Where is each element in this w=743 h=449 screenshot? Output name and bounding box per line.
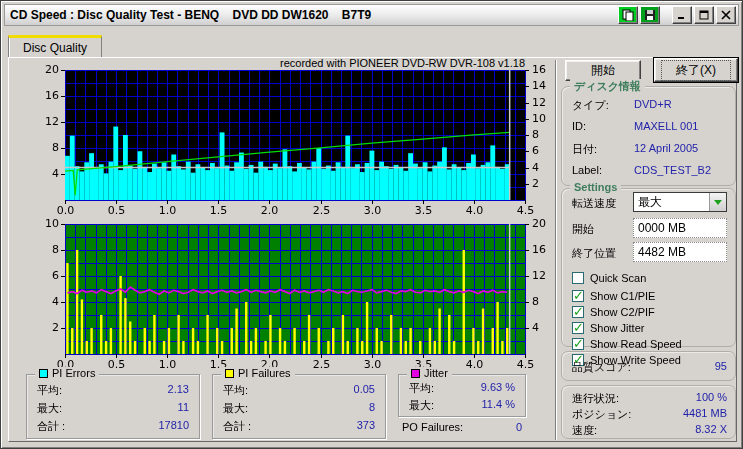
max-label: 最大: (37, 401, 62, 415)
progress-value: 100 % (696, 391, 727, 405)
speed-readout-value: 8.32 X (695, 423, 727, 437)
avg-label: 平均: (223, 383, 248, 397)
position-label: ポジション: (572, 407, 631, 421)
title-bar: CD Speed : Disc Quality Test - BENQ DVD … (4, 4, 739, 26)
checkbox-show-jitter[interactable]: ✓Show Jitter (572, 321, 644, 335)
date-label: 日付: (572, 142, 634, 156)
pie-average: 2.13 (168, 383, 189, 397)
total-label: 合計 : (223, 419, 251, 433)
save-button[interactable] (640, 6, 660, 24)
checkbox-label: Show C1/PIE (590, 290, 655, 302)
label-value: CDS_TEST_B2 (634, 164, 711, 178)
date-value: 12 April 2005 (634, 142, 698, 156)
pi-errors-title: PI Errors (52, 367, 95, 379)
pi-failures-title: PI Failures (238, 367, 291, 379)
quality-score-value: 95 (715, 360, 727, 374)
id-label: ID: (572, 120, 634, 134)
type-value: DVD+R (634, 98, 672, 112)
progress-label: 進行状況: (572, 391, 619, 405)
quality-score-label: 品質スコア: (572, 360, 631, 374)
checkbox-icon (572, 272, 584, 284)
type-label: タイプ: (572, 98, 634, 112)
speed-readout-label: 速度: (572, 423, 597, 437)
chevron-down-icon[interactable] (709, 193, 726, 211)
start-button[interactable]: 開始 (565, 60, 641, 81)
pie-speed-chart (29, 64, 581, 216)
pie-maximum: 11 (178, 401, 189, 415)
start-button-label: 開始 (591, 62, 615, 79)
exit-button[interactable]: 終了(X) (654, 58, 738, 82)
jitter-title: Jitter (424, 367, 448, 379)
avg-label: 平均: (409, 381, 434, 395)
tab-page: recorded with PIONEER DVD-RW DVR-108 v1.… (8, 57, 737, 442)
exit-button-label: 終了(X) (661, 60, 731, 81)
id-value: MAXELL 001 (634, 120, 698, 134)
tab-label: Disc Quality (23, 41, 87, 55)
max-label: 最大: (409, 398, 434, 412)
start-position-field[interactable] (633, 218, 727, 238)
minimize-button[interactable] (672, 6, 692, 24)
disc-info-title: ディスク情報 (570, 79, 645, 94)
checkbox-show-c2-pif[interactable]: ✓Show C2/PIF (572, 305, 655, 319)
speed-label: 転送速度 (572, 196, 634, 210)
copy-button[interactable] (618, 6, 638, 24)
window-title: CD Speed : Disc Quality Test - BENQ DVD … (10, 8, 371, 22)
floppy-icon (644, 9, 656, 21)
position-value: 4481 MB (683, 407, 727, 421)
end-position-label: 終了位置 (572, 246, 634, 260)
app-window: CD Speed : Disc Quality Test - BENQ DVD … (0, 0, 743, 449)
speed-combobox-value: 最大 (638, 194, 662, 211)
pif-maximum: 8 (369, 401, 375, 415)
jitter-maximum: 11.4 % (482, 398, 515, 412)
jitter-box: Jitter 平均:9.63 % 最大:11.4 % (398, 374, 526, 417)
checkbox-icon: ✓ (572, 306, 584, 318)
maximize-button[interactable] (694, 6, 714, 24)
minimize-icon (677, 10, 687, 20)
jitter-swatch (411, 369, 420, 378)
checkbox-icon: ✓ (572, 322, 584, 334)
settings-title: Settings (570, 181, 621, 193)
titlebar-buttons (618, 6, 738, 24)
max-label: 最大: (223, 401, 248, 415)
disc-info-group: ディスク情報 タイプ:DVD+R ID:MAXELL 001 日付:12 Apr… (561, 86, 736, 186)
avg-label: 平均: (37, 383, 62, 397)
checkbox-label: Show Read Speed (590, 338, 682, 350)
close-icon (721, 10, 731, 20)
checkbox-show-read-speed[interactable]: ✓Show Read Speed (572, 337, 682, 351)
po-failures-label: PO Failures: (402, 421, 463, 433)
settings-group: Settings 転送速度 最大 開始 終了位置 Quick Scan ✓Sho… (561, 188, 736, 347)
checkbox-quick-scan[interactable]: Quick Scan (572, 271, 646, 285)
checkbox-label: Show Jitter (590, 322, 644, 334)
start-position-label: 開始 (572, 222, 634, 236)
quality-score-box: 品質スコア:95 (561, 351, 736, 381)
maximize-icon (699, 10, 709, 20)
jitter-average: 9.63 % (481, 381, 515, 395)
speed-combobox[interactable]: 最大 (633, 192, 727, 212)
pi-errors-box: PI Errors 平均:2.13 最大:11 合計 :17810 (26, 374, 200, 439)
close-button[interactable] (716, 6, 736, 24)
total-label: 合計 : (37, 419, 65, 433)
label-label: Label: (572, 164, 634, 178)
pie-total: 17810 (158, 419, 189, 433)
po-failures-value: 0 (516, 421, 522, 433)
checkbox-show-c1-pie[interactable]: ✓Show C1/PIE (572, 289, 655, 303)
po-failures-row: PO Failures: 0 (398, 421, 526, 433)
tab-strip: Disc Quality (8, 35, 102, 57)
checkbox-icon: ✓ (572, 290, 584, 302)
checkbox-label: Show C2/PIF (590, 306, 655, 318)
copy-icon (622, 9, 634, 21)
progress-box: 進行状況:100 % ポジション:4481 MB 速度:8.32 X (561, 385, 736, 439)
pif-average: 0.05 (354, 383, 375, 397)
panel-separator (555, 60, 557, 440)
end-position-field[interactable] (633, 242, 727, 262)
tab-disc-quality[interactable]: Disc Quality (8, 35, 102, 59)
checkbox-label: Quick Scan (590, 272, 646, 284)
checkbox-icon: ✓ (572, 338, 584, 350)
pif-total: 373 (357, 419, 375, 433)
pi-failures-box: PI Failures 平均:0.05 最大:8 合計 :373 (212, 374, 386, 439)
pi-failures-swatch (225, 369, 234, 378)
pif-jitter-chart (29, 218, 581, 370)
pi-errors-swatch (39, 369, 48, 378)
